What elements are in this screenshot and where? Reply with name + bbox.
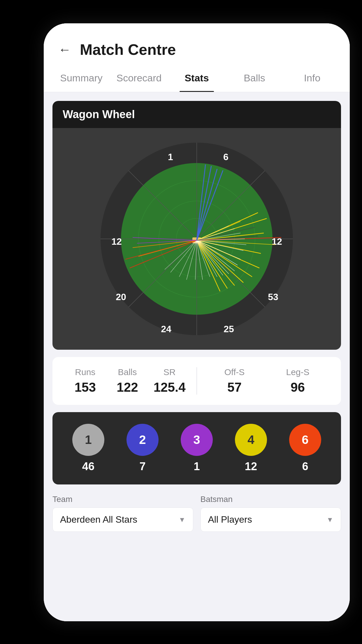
stat-legs-value: 96 (266, 380, 329, 395)
svg-text:1: 1 (168, 152, 173, 162)
wagon-wheel-header: Wagon Wheel (52, 101, 341, 128)
stat-offs-value: 57 (203, 380, 266, 395)
tab-stats[interactable]: Stats (168, 64, 226, 92)
batsman-dropdown-arrow-icon: ▼ (326, 516, 333, 524)
tab-scorecard[interactable]: Scorecard (110, 64, 168, 92)
wagon-wheel-card: Wagon Wheel (52, 101, 341, 350)
batsman-dropdown-group: Batsman All Players ▼ (201, 495, 341, 532)
score-circle-6: 6 (289, 424, 321, 456)
stat-balls: Balls 122 (106, 367, 149, 395)
header-title: Match Centre (80, 41, 176, 58)
stats-group-right: Off-S 57 Leg-S 96 (203, 367, 329, 395)
wagon-wheel-title: Wagon Wheel (63, 108, 331, 121)
stat-runs-value: 153 (64, 380, 106, 395)
score-circle-1: 1 (72, 424, 104, 456)
stat-legs-label: Leg-S (266, 367, 329, 377)
score-circle-count-6: 6 (302, 460, 308, 473)
score-circle-count-1: 46 (82, 460, 94, 473)
score-circle-2: 2 (126, 424, 159, 456)
stat-runs: Runs 153 (64, 367, 106, 395)
wagon-wheel-body: 1 6 12 12 20 53 24 25 (52, 128, 341, 350)
dropdowns-section: Team Aberdeen All Stars ▼ Batsman All Pl… (52, 492, 341, 535)
score-circle-4: 4 (235, 424, 267, 456)
batsman-dropdown[interactable]: All Players ▼ (201, 508, 341, 532)
team-dropdown-arrow-icon: ▼ (179, 516, 186, 524)
score-circle-item-1: 1 46 (72, 424, 104, 473)
score-circles-card: 1 46 2 7 3 1 4 12 (52, 412, 341, 484)
wagon-wheel-svg: 1 6 12 12 20 53 24 25 (95, 137, 299, 341)
score-circle-item-2: 2 7 (126, 424, 159, 473)
stat-runs-label: Runs (64, 367, 106, 377)
batsman-dropdown-value: All Players (208, 514, 252, 525)
main-content: Wagon Wheel (44, 92, 350, 621)
svg-text:53: 53 (268, 292, 278, 302)
tab-summary[interactable]: Summary (52, 64, 110, 92)
stat-offs: Off-S 57 (203, 367, 266, 395)
svg-text:24: 24 (161, 324, 171, 334)
svg-text:25: 25 (224, 324, 234, 334)
stats-card: Runs 153 Balls 122 SR 125.4 (52, 357, 341, 405)
score-circle-item-6: 6 6 (289, 424, 321, 473)
stat-sr-value: 125.4 (148, 380, 191, 395)
back-button[interactable]: ← (58, 43, 71, 56)
tabs-container: Summary Scorecard Stats Balls Info (44, 64, 350, 92)
team-dropdown[interactable]: Aberdeen All Stars ▼ (52, 508, 193, 532)
team-dropdown-group: Team Aberdeen All Stars ▼ (52, 495, 193, 532)
stat-legs: Leg-S 96 (266, 367, 329, 395)
header: ← Match Centre (44, 23, 350, 64)
tab-info[interactable]: Info (283, 64, 341, 92)
score-circle-count-2: 7 (139, 460, 145, 473)
svg-text:6: 6 (223, 152, 229, 162)
team-dropdown-value: Aberdeen All Stars (60, 514, 137, 525)
team-dropdown-label: Team (52, 495, 193, 504)
tab-balls[interactable]: Balls (226, 64, 283, 92)
score-circle-item-3: 3 1 (181, 424, 213, 473)
score-circle-count-3: 1 (194, 460, 200, 473)
svg-text:20: 20 (116, 292, 126, 302)
score-circle-count-4: 12 (245, 460, 257, 473)
score-circle-item-4: 4 12 (235, 424, 267, 473)
svg-text:12: 12 (111, 236, 122, 247)
stat-sr: SR 125.4 (148, 367, 191, 395)
stat-sr-label: SR (148, 367, 191, 377)
stats-group-left: Runs 153 Balls 122 SR 125.4 (64, 367, 191, 395)
stat-balls-value: 122 (106, 380, 149, 395)
stat-balls-label: Balls (106, 367, 149, 377)
score-circle-3: 3 (181, 424, 213, 456)
app-content: ← Match Centre Summary Scorecard Stats B… (44, 23, 350, 621)
phone-wrapper: ← Match Centre Summary Scorecard Stats B… (44, 23, 350, 621)
stat-offs-label: Off-S (203, 367, 266, 377)
stats-divider (196, 367, 197, 395)
outer-container: Match Stats ← Match Centre Summary Score… (0, 0, 362, 644)
batsman-dropdown-label: Batsman (201, 495, 341, 504)
